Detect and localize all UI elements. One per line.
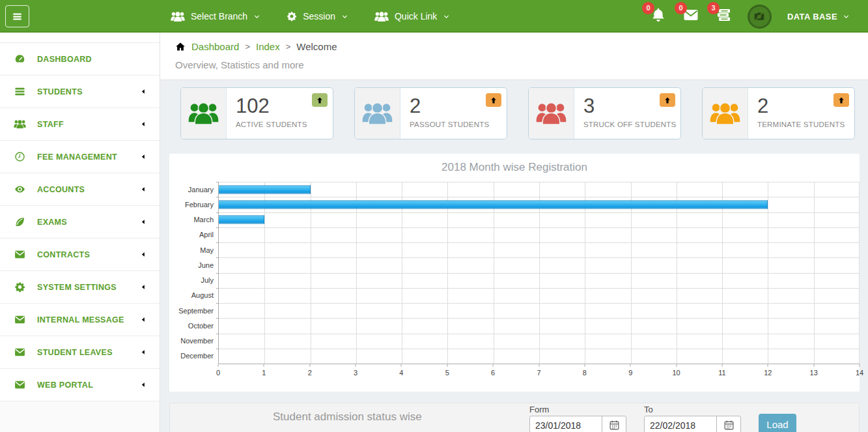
- users-icon: [188, 102, 219, 125]
- x-axis-label: 14: [856, 369, 863, 377]
- sidebar-item-fee-management[interactable]: FEE MANAGEMENT: [0, 141, 160, 173]
- y-axis-label: March: [193, 216, 214, 223]
- x-axis-label: 2: [308, 369, 312, 377]
- x-axis-label: 8: [583, 369, 587, 377]
- trend-up-badge: [660, 93, 675, 107]
- caret-left-icon: [141, 381, 147, 388]
- envelope-icon: [14, 314, 26, 325]
- nav-item-label: Quick Link: [395, 11, 437, 22]
- sidebar-spacer: [0, 33, 160, 43]
- y-axis-label: September: [178, 307, 214, 315]
- stat-card-passout-students: 2 PASSOUT STUDENTS: [354, 87, 507, 139]
- sidebar-item-student-leaves[interactable]: STUDENT LEAVES: [0, 336, 160, 369]
- notification-badge: 3: [707, 2, 720, 14]
- nav-select-branch[interactable]: Select Branch: [171, 11, 260, 22]
- x-axis-tick: [401, 364, 402, 367]
- x-axis-label: 9: [628, 369, 632, 377]
- notification-messages[interactable]: 0: [682, 7, 699, 25]
- notification-bell[interactable]: 0: [650, 7, 667, 25]
- chevron-down-icon: [341, 13, 348, 20]
- y-axis-tick: [216, 273, 219, 274]
- y-axis-label: June: [198, 261, 214, 269]
- sidebar-item-internal-message[interactable]: INTERNAL MESSAGE: [0, 304, 160, 336]
- stat-cards-row: 102 ACTIVE STUDENTS 2 PASSOUT STUDENTS: [180, 87, 855, 139]
- gridline-horizontal: [219, 212, 860, 213]
- y-axis-tick: [216, 257, 219, 258]
- sidebar-item-dashboard[interactable]: DASHBOARD: [0, 43, 160, 76]
- sidebar-item-contracts[interactable]: CONTRACTS: [0, 238, 160, 271]
- chart-plot: JanuaryFebruaryMarchAprilMayJuneJulyAugu…: [218, 182, 860, 364]
- y-axis-label: December: [180, 352, 214, 360]
- to-date-calendar-button[interactable]: [716, 416, 741, 432]
- caret-left-icon: [141, 349, 147, 356]
- from-date-input[interactable]: [529, 416, 602, 432]
- to-date-field: To: [644, 405, 741, 432]
- y-axis-label: February: [185, 201, 214, 209]
- load-button[interactable]: Load: [759, 414, 796, 432]
- sidebar-item-web-portal[interactable]: WEB PORTAL: [0, 369, 160, 401]
- top-navbar: Select Branch Session Quick Link 0 0 3: [0, 0, 868, 33]
- sidebar-item-students[interactable]: STUDENTS: [0, 76, 160, 108]
- stat-card-active-students: 102 ACTIVE STUDENTS: [180, 87, 333, 139]
- caret-left-icon: [141, 316, 147, 323]
- caret-left-icon: [141, 121, 147, 128]
- user-menu[interactable]: DATA BASE: [787, 12, 850, 22]
- x-axis-tick: [264, 364, 264, 367]
- sidebar-toggle-button[interactable]: [5, 5, 29, 27]
- gridline-horizontal: [219, 273, 860, 274]
- breadcrumb-separator: >: [245, 42, 250, 51]
- stat-label: TERMINATE STUDENTS: [757, 121, 845, 128]
- y-axis-label: August: [191, 291, 214, 299]
- to-date-input[interactable]: [644, 416, 717, 432]
- chevron-down-icon: [843, 13, 850, 20]
- breadcrumb-dashboard[interactable]: Dashboard: [191, 41, 239, 52]
- y-axis-label: January: [188, 186, 214, 194]
- list-icon: [14, 86, 26, 97]
- arrow-up-icon: [837, 96, 845, 104]
- caret-left-icon: [141, 153, 147, 160]
- sidebar-item-system-settings[interactable]: SYSTEM SETTINGS: [0, 271, 160, 304]
- nav-item-label: Select Branch: [191, 11, 247, 22]
- y-axis-tick: [216, 334, 219, 334]
- gear-icon: [14, 281, 26, 293]
- sidebar-item-exams[interactable]: EXAMS: [0, 206, 160, 238]
- nav-quick-link[interactable]: Quick Link: [374, 11, 450, 22]
- arrow-up-icon: [664, 96, 671, 104]
- to-date-label: To: [644, 405, 741, 414]
- x-axis-tick: [813, 364, 814, 367]
- stat-card-struck-off-students: 3 STRUCK OFF STUDENTS: [528, 87, 681, 139]
- users-icon: [14, 119, 26, 130]
- stat-value: 2: [757, 95, 845, 117]
- users-icon: [710, 102, 740, 125]
- page-header: Dashboard > Index > Welcome Overview, St…: [160, 33, 868, 80]
- y-axis-tick: [216, 303, 219, 304]
- chevron-down-icon: [443, 13, 450, 20]
- sidebar-item-accounts[interactable]: ACCOUNTS: [0, 173, 160, 206]
- breadcrumb-separator: >: [286, 42, 291, 51]
- gridline-horizontal: [219, 288, 860, 289]
- gridline-horizontal: [219, 349, 860, 349]
- x-axis-label: 7: [537, 369, 540, 377]
- from-date-calendar-button[interactable]: [602, 416, 626, 432]
- chevron-down-icon: [253, 13, 260, 20]
- dashboard-icon: [14, 53, 26, 65]
- y-axis-tick: [216, 242, 219, 243]
- stat-label: PASSOUT STUDENTS: [410, 121, 489, 128]
- x-axis-label: 4: [399, 369, 403, 377]
- notification-tasks[interactable]: 3: [715, 7, 732, 25]
- from-date-label: Form: [529, 405, 626, 414]
- notification-badge: 0: [642, 2, 654, 14]
- trend-up-badge: [486, 93, 501, 107]
- y-axis-label: July: [201, 276, 214, 284]
- trend-up-badge: [312, 93, 328, 107]
- nav-session[interactable]: Session: [287, 11, 348, 22]
- arrow-up-icon: [490, 96, 497, 104]
- breadcrumb-index[interactable]: Index: [256, 41, 280, 52]
- stat-label: ACTIVE STUDENTS: [236, 121, 307, 128]
- users-icon: [374, 11, 389, 22]
- sidebar-item-staff[interactable]: STAFF: [0, 108, 160, 141]
- home-icon: [175, 42, 186, 51]
- avatar[interactable]: [748, 5, 772, 29]
- breadcrumb: Dashboard > Index > Welcome: [175, 40, 856, 52]
- trend-up-badge: [833, 93, 849, 107]
